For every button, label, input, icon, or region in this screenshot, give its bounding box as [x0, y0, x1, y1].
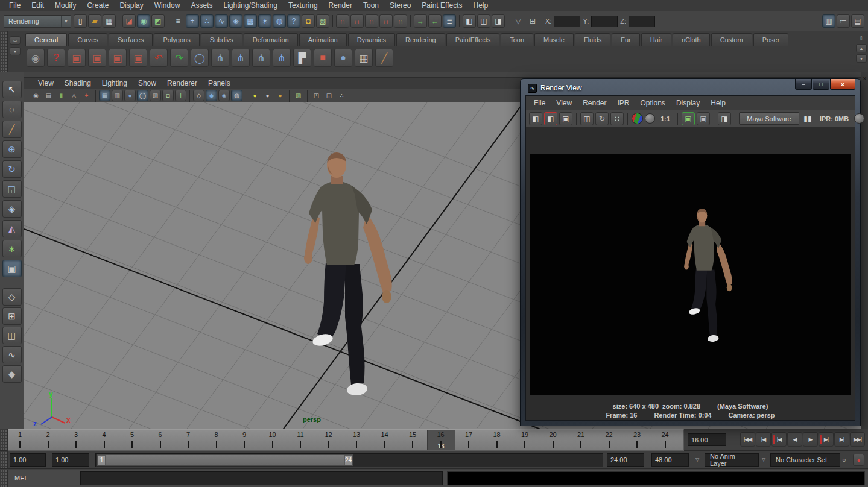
snap-to-points-icon[interactable]: ∩	[365, 14, 378, 28]
menu-create[interactable]: Create	[81, 0, 114, 11]
help-shelf-icon[interactable]: ?	[47, 49, 65, 67]
anim-layer-selector[interactable]: No Anim Layer	[705, 453, 759, 467]
current-time-field[interactable]	[688, 433, 726, 446]
textured-mode-icon[interactable]: ◈	[218, 90, 230, 101]
render-view-menu-display[interactable]: Display	[671, 98, 705, 108]
bookmarks-icon[interactable]: ▮	[55, 90, 67, 101]
playback-end-field[interactable]	[607, 453, 644, 467]
shelf-tab-animation[interactable]: Animation	[299, 33, 347, 46]
shelf-tab-general[interactable]: General	[25, 33, 67, 46]
viewport-menu-shading[interactable]: Shading	[59, 78, 97, 89]
gate-mask-icon[interactable]: ◯	[137, 90, 148, 101]
step-forward-key-button[interactable]: ▶|	[819, 432, 834, 447]
select-deformations-mask-icon[interactable]: ▩	[244, 14, 257, 28]
show-manipulator-icon[interactable]: ∗	[2, 240, 22, 257]
select-hierarchy-icon[interactable]: ◪	[122, 14, 136, 28]
graph-layout-icon[interactable]: ∿	[2, 346, 22, 363]
remove-image-icon[interactable]: ▣	[697, 112, 710, 125]
menu-modify[interactable]: Modify	[49, 0, 81, 11]
save-scene-icon[interactable]: ▦	[103, 14, 116, 28]
safe-action-icon[interactable]: ◘	[162, 90, 174, 101]
minimize-button[interactable]: –	[795, 79, 812, 90]
default-light-icon[interactable]: ●	[249, 90, 261, 101]
command-line-grip[interactable]	[0, 470, 8, 487]
select-component-icon[interactable]: ◩	[151, 14, 165, 28]
input-connections-icon[interactable]: →	[414, 14, 427, 28]
last-tool-icon[interactable]: ▣	[2, 260, 22, 277]
shelf-tab-toon[interactable]: Toon	[501, 33, 533, 46]
paint-brush-shelf-icon[interactable]: ╱	[375, 49, 393, 67]
range-grip[interactable]	[0, 451, 8, 468]
chevron-down-icon[interactable]: ▼	[61, 16, 71, 27]
render-view-menu-help[interactable]: Help	[705, 98, 731, 108]
step-back-key-button[interactable]: |◀	[771, 432, 787, 447]
menu-lighting-shading[interactable]: Lighting/Shading	[218, 0, 282, 11]
refresh-ipr-icon[interactable]: ↻	[595, 112, 609, 125]
playback-start-field[interactable]	[52, 453, 89, 467]
sphere-project-shelf-icon[interactable]: ●	[334, 49, 352, 67]
lock-selection-icon[interactable]: ◘	[302, 14, 315, 28]
select-tool-icon[interactable]: ↖	[2, 81, 22, 98]
menu-paint-effects[interactable]: Paint Effects	[416, 0, 467, 11]
render-view-menu-ipr[interactable]: IPR	[612, 98, 635, 108]
open-render-settings-icon[interactable]: ◨	[718, 112, 731, 125]
cube-stack-shelf-icon[interactable]: ▦	[355, 49, 373, 67]
shelf-tab-painteffects[interactable]: PaintEffects	[446, 33, 500, 46]
render-image[interactable]	[530, 154, 851, 395]
animation-start-field[interactable]	[10, 453, 46, 467]
snapshot-icon[interactable]: ▣	[559, 112, 572, 125]
menu-file[interactable]: File	[4, 0, 26, 11]
outliner-layout-icon[interactable]: ◫	[2, 327, 22, 344]
select-dynamics-mask-icon[interactable]: ∗	[258, 14, 271, 28]
wireframe-on-shaded-icon[interactable]: ◱	[323, 90, 335, 101]
all-lights-mode-icon[interactable]: ◍	[231, 90, 242, 101]
shelf-tab-surfaces[interactable]: Surfaces	[109, 33, 153, 46]
shelf-trash-icon[interactable]: ▯	[856, 34, 867, 42]
tool-settings-icon[interactable]: ≔	[837, 14, 850, 28]
range-slider-track[interactable]: 1 24	[95, 453, 603, 467]
range-end-handle[interactable]: 24	[344, 455, 352, 465]
quick-select-set-shelf-icon[interactable]: ⋔	[252, 49, 270, 67]
select-misc-mask-icon[interactable]: ?	[287, 14, 300, 28]
viewport-menu-view[interactable]: View	[33, 78, 59, 89]
range-slider[interactable]: 1 24	[97, 454, 353, 466]
character-set-dropdown-icon[interactable]: ▽	[762, 457, 765, 462]
menu-texturing[interactable]: Texturing	[283, 0, 323, 11]
go-to-start-button[interactable]: |◀◀	[740, 432, 755, 447]
shelf-tab-fluids[interactable]: Fluids	[575, 33, 610, 46]
time-slider[interactable]: 16 1234567891011121314151617181920212223…	[8, 429, 684, 451]
real-size-button[interactable]: 1:1	[657, 115, 674, 122]
shelf-tab-poser[interactable]: Poser	[753, 33, 789, 46]
channel-box-icon[interactable]: ▤	[851, 14, 864, 28]
delete-unused-shelf-icon[interactable]: ◯	[191, 49, 209, 67]
field-chart-icon[interactable]: ▧	[150, 90, 161, 101]
render-icon[interactable]: ◧	[529, 112, 542, 125]
lasso-tool-icon[interactable]: ◌	[2, 101, 22, 118]
camera-attributes-icon[interactable]: ▤	[43, 90, 54, 101]
timeline-grip[interactable]	[0, 429, 8, 450]
output-connections-icon[interactable]: ←	[428, 14, 442, 28]
pan-zoom-icon[interactable]: +	[81, 90, 92, 101]
live-surface-icon[interactable]: ⊞	[526, 14, 539, 28]
flat-light-icon[interactable]: ●	[262, 90, 273, 101]
new-scene-icon[interactable]: ▯	[74, 14, 87, 28]
render-current-frame-icon[interactable]: ◧	[463, 14, 476, 28]
character-model[interactable]	[290, 146, 404, 405]
shelf-tab-rendering[interactable]: Rendering	[396, 33, 445, 46]
select-points-mask-icon[interactable]: ∴	[200, 14, 214, 28]
attribute-editor-icon[interactable]: ▥	[822, 14, 835, 28]
custom-layout-icon[interactable]: ◆	[2, 365, 22, 383]
z-coordinate-field[interactable]	[629, 16, 655, 27]
rotate-tool-icon[interactable]: ↻	[2, 160, 22, 178]
shelf-tab-curves[interactable]: Curves	[68, 33, 107, 46]
auto-keyframe-button[interactable]: ●	[853, 454, 864, 466]
select-camera-icon[interactable]: ◉	[30, 90, 42, 101]
x-coordinate-field[interactable]	[554, 16, 580, 27]
go-to-end-button[interactable]: ▶▶|	[850, 432, 865, 447]
make-live-icon[interactable]: ∩	[394, 14, 407, 28]
highlight-selection-mode-icon[interactable]: ▧	[316, 14, 329, 28]
paint-select-tool-icon[interactable]: ╱	[2, 121, 22, 138]
panel-close-icon[interactable]: ×	[863, 75, 867, 82]
menu-set-selector[interactable]: Rendering ▼	[4, 15, 71, 28]
character-set-selector[interactable]: No Character Set	[770, 453, 840, 467]
